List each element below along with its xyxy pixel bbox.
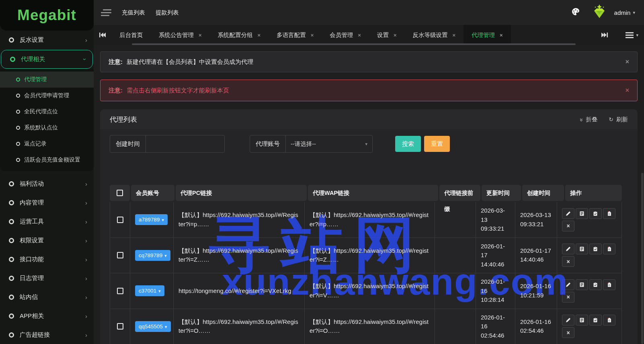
table-row: qq545505▾ 【默认】https://692.haiwaiym35.top… — [110, 309, 622, 344]
edit-button[interactable] — [562, 279, 574, 290]
tabs-menu-icon[interactable]: ▾ — [626, 31, 638, 39]
sidebar-subitem-member-agent-apply[interactable]: 会员代理申请管理 — [0, 88, 94, 104]
sidebar-item-content[interactable]: 内容管理 › — [0, 193, 94, 212]
search-button[interactable]: 搜索 — [395, 136, 421, 152]
tab-rebate-level-settings[interactable]: 反水等级设置 × — [404, 25, 464, 45]
edit-button[interactable] — [562, 315, 574, 326]
sidebar-subitem-system-default-points[interactable]: 系统默认点位 — [0, 120, 94, 136]
table-row: cq789789▾ 【默认】https://692.haiwaiym35.top… — [110, 238, 622, 274]
detail-button[interactable] — [576, 244, 588, 254]
sidebar-item-permissions[interactable]: 权限设置 › — [0, 231, 94, 250]
user-menu[interactable]: admin — [614, 9, 631, 16]
close-icon[interactable]: × — [358, 32, 361, 38]
row-checkbox[interactable] — [117, 217, 123, 223]
tab-home[interactable]: 后台首页 — [111, 25, 151, 45]
notice-danger: 注意: 需点击右侧刷新按钮文字才能刷新本页 × — [100, 80, 638, 101]
circle-icon — [16, 142, 20, 146]
agent-account-select[interactable]: --请选择-- ▾ — [286, 135, 372, 152]
account-dropdown-button[interactable]: c37001▾ — [135, 285, 164, 296]
sidebar-item-agent-related[interactable]: 代理相关 › — [1, 50, 93, 69]
clipboard-check-button[interactable] — [589, 315, 602, 326]
row-checkbox[interactable] — [117, 323, 123, 330]
topbar-link-withdraw-list[interactable]: 提款列表 — [156, 9, 179, 16]
created-time-input[interactable] — [146, 135, 224, 152]
account-dropdown-button[interactable]: qq545505▾ — [135, 321, 171, 332]
sidebar-item-logs[interactable]: 日志管理 › — [0, 269, 94, 288]
tabs-scroll-left-icon[interactable] — [94, 25, 111, 45]
sidebar-submenu-agent: 代理管理 会员代理申请管理 全民代理点位 系统默认点位 返点记录 活跃会员充值金… — [0, 69, 94, 171]
clipboard-check-button[interactable] — [589, 244, 602, 254]
sidebar-subitem-all-agent-points[interactable]: 全民代理点位 — [0, 104, 94, 120]
sidebar-item-app-related[interactable]: APP相关 › — [0, 307, 94, 326]
detail-button[interactable] — [576, 208, 588, 219]
close-icon[interactable]: × — [452, 32, 455, 38]
refresh-button[interactable]: ↻ 刷新 — [609, 116, 628, 123]
notice-prefix: 注意: — [109, 87, 123, 94]
logo[interactable]: Megabit — [0, 0, 94, 31]
created-time-filter: 创建时间 — [110, 135, 225, 153]
sidebar-subitem-active-member-recharge[interactable]: 活跃会员充值金额设置 — [0, 152, 94, 168]
tab-member-manage[interactable]: 会员管理 × — [322, 25, 369, 45]
chevron-right-icon: › — [85, 256, 87, 263]
theme-palette-icon[interactable] — [571, 7, 580, 18]
tab-multilanguage-config[interactable]: 多语言配置 × — [269, 25, 322, 45]
detail-button[interactable] — [576, 315, 588, 326]
tab-system-config-group[interactable]: 系统配置分组 × — [210, 25, 269, 45]
select-all-checkbox[interactable] — [117, 190, 123, 196]
circle-icon — [9, 257, 14, 262]
sidebar-item-ad-hyperlink[interactable]: 广告超链接 › — [0, 326, 94, 344]
close-icon[interactable]: × — [626, 58, 629, 66]
account-dropdown-button[interactable]: cq789789▾ — [135, 250, 170, 261]
edit-button[interactable] — [562, 244, 574, 254]
clipboard-check-button[interactable] — [589, 279, 602, 290]
close-icon[interactable]: × — [500, 32, 503, 38]
close-icon[interactable]: × — [626, 87, 629, 94]
sidebar-item-rebate-settings[interactable]: 反水设置 › — [0, 31, 94, 49]
sidebar-item-site-mail[interactable]: 站内信 › — [0, 288, 94, 307]
report-file-button[interactable] — [603, 244, 615, 254]
sidebar-item-operation-tools[interactable]: 运营工具 › — [0, 212, 94, 231]
report-file-button[interactable] — [603, 279, 615, 290]
collapse-button[interactable]: » 折叠 — [580, 116, 597, 123]
close-icon[interactable]: × — [199, 32, 202, 38]
reset-button[interactable]: 重置 — [424, 136, 450, 152]
detail-button[interactable] — [576, 279, 588, 290]
sidebar-subitem-agent-manage[interactable]: 代理管理 — [0, 72, 94, 88]
circle-icon — [9, 200, 14, 205]
close-icon[interactable]: × — [258, 32, 261, 38]
wap-link: 【默认】https://692.haiwaiym35.top//#/regist… — [310, 282, 430, 300]
tab-settings[interactable]: 设置 × — [369, 25, 405, 45]
circle-icon — [9, 181, 14, 186]
page-scrollbar[interactable] — [641, 173, 644, 344]
delete-button[interactable]: × — [562, 221, 574, 231]
delete-button[interactable]: × — [562, 327, 574, 338]
edit-button[interactable] — [562, 208, 574, 219]
chevron-right-icon: › — [85, 237, 87, 244]
sidebar-toggle-icon[interactable] — [101, 8, 111, 18]
sidebar-subitem-rebate-records[interactable]: 返点记录 — [0, 136, 94, 152]
col-actions: 操作 — [565, 185, 622, 201]
clipboard-check-button[interactable] — [589, 208, 602, 219]
gem-icon[interactable] — [591, 4, 608, 21]
account-dropdown-button[interactable]: a789789▾ — [135, 214, 168, 225]
col-agent-pc-link: 代理PC链接 — [176, 185, 307, 201]
double-chevron-down-icon: » — [578, 118, 585, 121]
circle-icon — [9, 238, 14, 243]
tabs-scroll-right-icon[interactable] — [596, 32, 613, 38]
created-time: 2026-01-1714:40:46 — [520, 246, 551, 264]
panel-header: 代理列表 » 折叠 ↻ 刷新 — [100, 109, 638, 129]
sidebar-item-welfare[interactable]: 福利活动 › — [0, 174, 94, 193]
topbar-link-recharge-list[interactable]: 充值列表 — [122, 9, 145, 16]
close-icon[interactable]: × — [394, 32, 397, 38]
tab-system-announcement[interactable]: 系统公告管理 × — [151, 25, 210, 45]
tab-agent-manage[interactable]: 代理管理 × — [464, 25, 511, 45]
delete-button[interactable]: × — [562, 292, 574, 303]
close-icon[interactable]: × — [311, 32, 314, 38]
sidebar-item-api-functions[interactable]: 接口功能 › — [0, 250, 94, 269]
chevron-right-icon: › — [85, 332, 87, 338]
row-checkbox[interactable] — [117, 252, 123, 258]
delete-button[interactable]: × — [562, 256, 574, 267]
report-file-button[interactable] — [603, 315, 615, 326]
row-checkbox[interactable] — [117, 288, 123, 294]
report-file-button[interactable] — [603, 208, 615, 219]
